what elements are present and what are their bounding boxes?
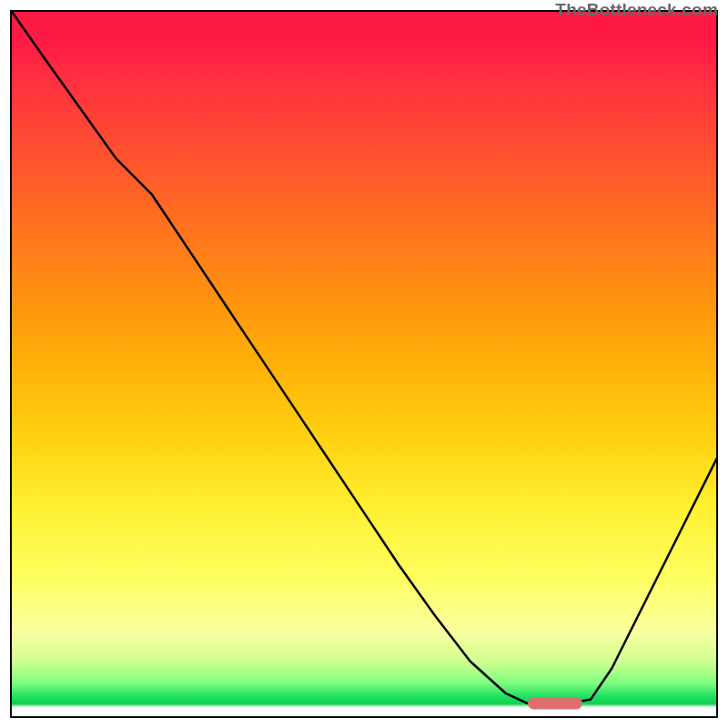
plot-area: TheBottleneck.com	[10, 10, 718, 718]
gradient-background	[10, 10, 718, 718]
bottleneck-chart: TheBottleneck.com	[0, 0, 728, 728]
optimal-marker	[528, 698, 582, 710]
watermark-text: TheBottleneck.com	[555, 0, 718, 20]
